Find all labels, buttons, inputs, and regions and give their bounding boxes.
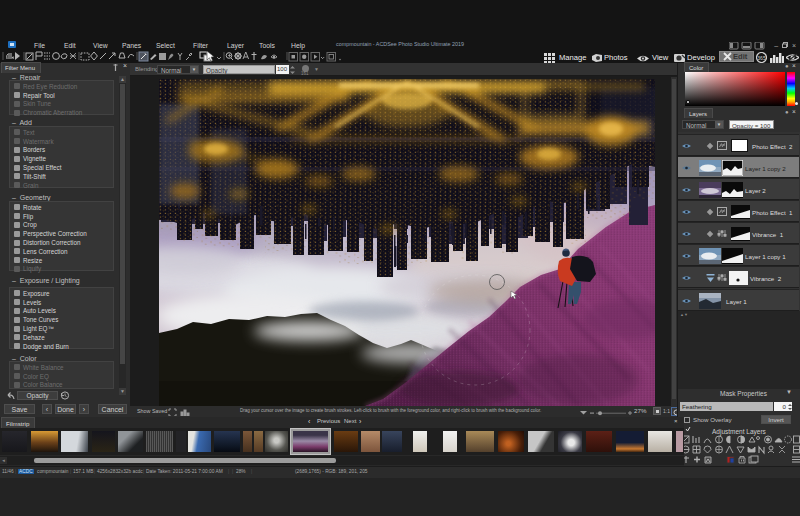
svg-text:365: 365 — [757, 55, 766, 61]
